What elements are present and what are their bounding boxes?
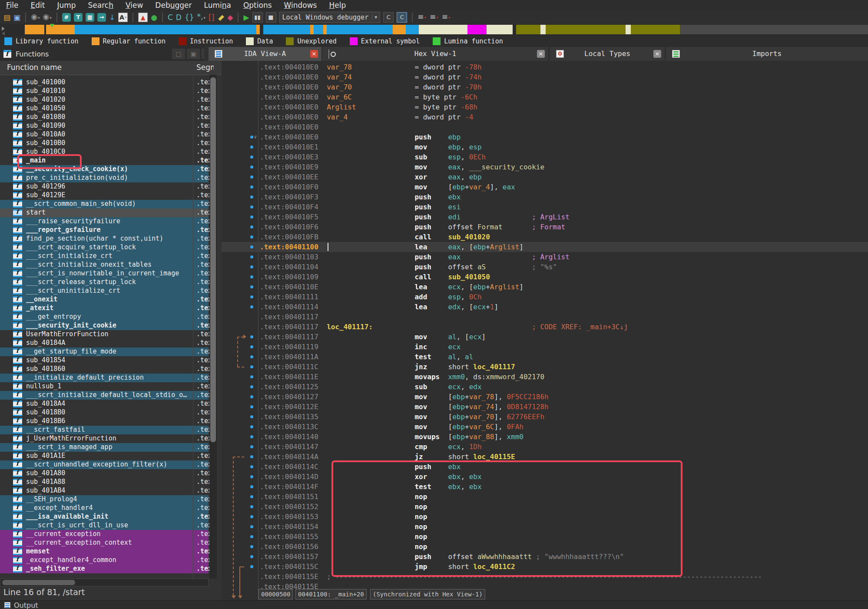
functions-column-header[interactable]: Function name Segment [0,61,222,75]
disasm-line[interactable]: .text:004010E1 mov ebp, esp [222,142,868,152]
disasm-line[interactable]: .text:0040111A test al, al [222,352,868,362]
function-row[interactable]: sub_401000.text [0,78,209,87]
functions-vertical-scrollbar[interactable] [209,75,217,579]
disasm-line[interactable]: .text:004010E0 var_74 = dword ptr -74h [222,72,868,82]
debug-stop-icon[interactable]: ■ [266,12,276,23]
disasm-line[interactable]: .text:004010E0 var_6C = byte ptr -6Ch [222,92,868,102]
function-row[interactable]: __scrt_common_main_seh(void).text [0,200,209,209]
navband-segment[interactable] [680,25,868,34]
disasm-line[interactable]: .text:00401111 add esp, 0Ch [222,292,868,302]
disasm-line[interactable]: .text:004010EE xor eax, ebp [222,172,868,182]
function-row[interactable]: memset.text [0,547,209,556]
disasm-line[interactable]: .text:004010F0 mov [ebp+var_4], eax [222,182,868,192]
disasm-line[interactable]: .text:004010E3 sub esp, 0ECh [222,152,868,162]
disasm-line[interactable]: .text:0040111C jnz short loc_401117 [222,362,868,372]
navband-segment[interactable] [546,25,626,34]
output-label[interactable]: Output [14,601,38,609]
column-separator[interactable] [193,75,193,579]
disasm-line[interactable]: .text:00401127 mov [ebp+var_78], 0F5CC21… [222,392,868,402]
function-row[interactable]: ___security_init_cookie.text [0,321,209,330]
function-row[interactable]: ___scrt_initialize_default_local_stdio_o… [0,391,209,400]
disasm-line[interactable]: .text:00401147 cmp ecx, 1Dh [222,442,868,452]
function-row[interactable]: ___scrt_is_managed_app.text [0,443,209,452]
disasm-line[interactable]: .text:0040111E movaps xmm0, ds:xmmword_4… [222,372,868,382]
jump-arrow-icon[interactable]: ↓ [109,13,115,22]
menu-item-search[interactable]: Search [82,1,119,10]
functions-horizontal-scrollbar[interactable] [0,579,209,586]
function-row[interactable]: ___report_gsfailure.text [0,226,209,235]
tab-close-icon[interactable]: × [653,50,661,58]
database-go-icon[interactable]: → [97,13,106,22]
navband-segment[interactable] [75,25,256,34]
function-row[interactable]: sub_401296.text [0,182,209,191]
navband-segment[interactable] [487,25,513,34]
function-row[interactable]: sub_401AB4.text [0,487,209,495]
navband-segment[interactable] [323,25,327,34]
function-row[interactable]: ___raise_securityfailure.text [0,217,209,226]
database-hash-icon[interactable]: # [62,13,71,22]
function-row[interactable]: sub_401020.text [0,96,209,104]
function-row[interactable]: ___scrt_acquire_startup_lock.text [0,243,209,252]
debugger-selector[interactable]: Local Windows debugger▼ [279,12,381,23]
disasm-line[interactable]: .text:00401119 inc ecx [222,342,868,352]
disasm-line[interactable]: .text:004010F4 push esi [222,202,868,212]
save-icon[interactable]: ▣ [13,13,20,22]
menu-item-debugger[interactable]: Debugger [149,1,198,10]
navband-scroll-arrow-icon[interactable] [2,26,5,31]
breakpoint-add-icon[interactable]: ≡• [430,12,439,22]
navband-scroll-arrow-icon[interactable] [2,31,5,36]
navigation-band[interactable] [0,24,868,36]
menu-item-jump[interactable]: Jump [51,1,82,10]
disasm-line[interactable]: .text:00401140 movups [ebp+var_88], xmm0 [222,432,868,442]
database-text-icon[interactable]: T [74,13,83,22]
function-row[interactable]: sub_401A80.text [0,469,209,478]
navband-segment[interactable] [516,25,540,34]
panel-float-button[interactable]: ▣ [187,49,200,59]
function-row[interactable]: start.text [0,209,209,217]
make-string-icon[interactable]: *,▾ [197,12,205,22]
disasm-line[interactable]: .text:00401100 lea eax, [ebp+Arglist] [222,242,868,252]
function-row[interactable]: sub_401050.text [0,104,209,113]
function-row[interactable]: sub_401090.text [0,122,209,130]
function-row[interactable]: sub_401860.text [0,365,209,374]
column-segment[interactable]: Segment [196,63,214,72]
navband-segment[interactable] [314,25,323,34]
disasm-line[interactable]: .text:004010E0 var_4 = dword ptr -4 [222,112,868,122]
function-row[interactable]: sub_401010.text [0,87,209,96]
navband-segment[interactable] [310,25,314,34]
disasm-line[interactable]: .text:00401117 loc_401117: ; CODE XREF: … [222,322,868,332]
navband-segment[interactable] [327,25,393,34]
function-row[interactable]: ___scrt_is_ucrt_dll_in_use.text [0,521,209,530]
tab-close-icon[interactable]: × [537,50,545,58]
navband-segment[interactable] [260,25,263,34]
function-row[interactable]: sub_401A88.text [0,478,209,487]
function-row[interactable]: sub_4018B6.text [0,417,209,426]
disasm-line[interactable]: .text:004010E0 var_70 = dword ptr -70h [222,82,868,92]
function-row[interactable]: sub_4010B0.text [0,139,209,148]
disasm-line[interactable]: .text:004010F3 push ebx [222,192,868,202]
make-code-icon[interactable]: C [168,13,173,22]
function-row[interactable]: _atexit.text [0,304,209,313]
debug-start-icon[interactable]: ▶ [243,13,249,22]
function-row[interactable]: UserMathErrorFunction.text [0,330,209,339]
ida-view-a[interactable]: .text:004010E0 var_78 = dword ptr -78h.t… [222,61,868,600]
disasm-line[interactable]: .text:00401114 lea edx, [ecx+1] [222,302,868,312]
navband-segment[interactable] [540,25,546,34]
function-row[interactable]: ___scrt_initialize_onexit_tables.text [0,261,209,269]
disasm-line[interactable]: .text:00401109 call sub_401050 [222,272,868,282]
disasm-line[interactable]: .text:004010E0 Arglist = byte ptr -68h [222,102,868,112]
disasm-line[interactable]: .text:004010E9 mov eax, ___security_cook… [222,162,868,172]
function-row[interactable]: sub_4018A4.text [0,400,209,408]
menu-item-help[interactable]: Help [323,1,352,10]
disasm-line[interactable]: .text:0040113C mov [ebp+var_6C], 0FAh [222,422,868,432]
function-row[interactable]: __current_exception_context.text [0,539,209,547]
disasm-line[interactable]: .text:00401103 push eax ; Arglist [222,252,868,262]
function-row[interactable]: _seh_filter_exe.text [0,565,209,573]
disasm-line[interactable]: .text:004010F6 push offset Format ; Form… [222,222,868,232]
function-row[interactable]: sub_4018B0.text [0,408,209,417]
menu-item-windows[interactable]: Windows [278,1,323,10]
disasm-line[interactable]: .text:00401117 [222,312,868,322]
function-row[interactable]: sub_4010A0.text [0,130,209,139]
navband-segment[interactable] [406,25,419,34]
navband-segment[interactable] [263,25,310,34]
